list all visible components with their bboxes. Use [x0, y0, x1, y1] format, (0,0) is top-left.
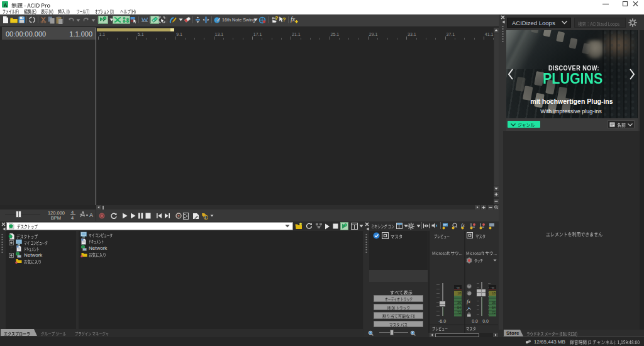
- svg-text:A: A: [89, 212, 93, 218]
- svg-text:fx: fx: [291, 16, 296, 23]
- svg-text:fx: fx: [467, 298, 470, 304]
- svg-text:?: ?: [275, 16, 279, 21]
- svg-text:?: ?: [282, 16, 286, 23]
